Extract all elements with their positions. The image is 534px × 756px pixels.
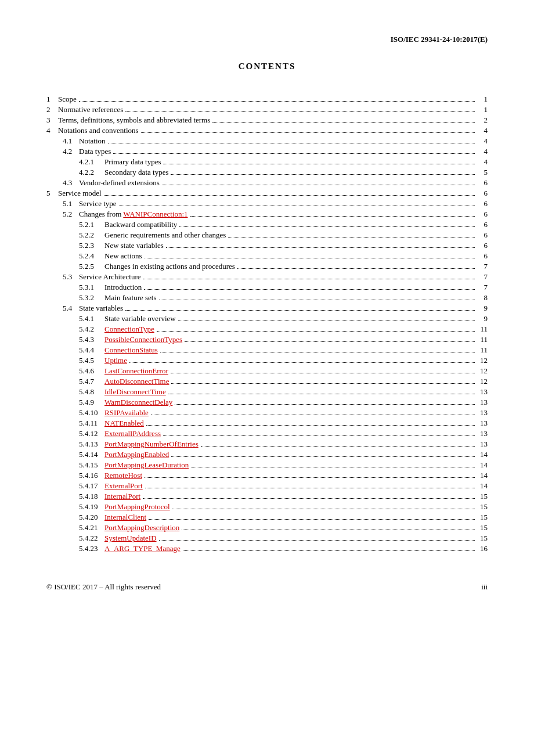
toc-number: 5.4.14 [79,450,104,459]
toc-link[interactable]: IdleDisconnectTime [104,387,166,396]
toc-page: 6 [477,189,488,198]
toc-page: 4 [477,136,488,146]
page-header: ISO/IEC 29341-24-10:2017(E) [46,35,488,44]
toc-number: 5.4.15 [79,460,104,470]
toc-dots [113,153,475,154]
toc-row: 5.4.2ConnectionType11 [46,325,488,334]
toc-row: 5.4.21PortMappingDescription15 [46,523,488,532]
toc-page: 6 [477,231,488,240]
toc-link[interactable]: PortMappingProtocol [104,502,170,511]
toc-label: Service Architecture [79,272,140,282]
toc-number: 4.2 [63,147,79,156]
toc-link[interactable]: A_ARG_TYPE_Manage [104,544,181,553]
footer-left: © ISO/IEC 2017 – All rights reserved [46,582,161,592]
toc-link[interactable]: SystemUpdateID [104,534,157,542]
toc-page: 14 [477,460,488,470]
toc-row: 5.4.11NATEnabled13 [46,419,488,428]
toc-number: 5.4.1 [79,314,104,323]
toc-label: Changes from WANIPConnection:1 [79,210,188,219]
toc-link[interactable]: PortMappingNumberOfEntries [104,440,199,448]
toc-link[interactable]: LastConnectionError [104,366,168,375]
toc-page: 12 [477,377,488,386]
toc-number: 5.2.4 [79,251,104,261]
toc-link[interactable]: Uptime [104,356,127,365]
toc-link[interactable]: NATEnabled [104,419,144,427]
toc-number: 1 [46,95,58,104]
toc-row: 4.2.1Primary data types4 [46,157,488,167]
toc-dots [212,122,475,123]
toc-dots [182,530,475,530]
toc-dots [104,195,475,196]
toc-label: Data types [79,147,111,156]
toc-page: 4 [477,157,488,167]
toc-label: SystemUpdateID [104,534,157,543]
toc-link[interactable]: RSIPAvailable [104,408,149,417]
toc-number: 3 [46,116,58,125]
toc-dots [163,435,475,436]
toc-row: 5.2.1Backward compatibility6 [46,220,488,229]
toc-dots [190,216,475,217]
toc-number: 5.3.1 [79,283,104,292]
toc-link[interactable]: InternalPort [104,492,140,501]
toc-row: 5.4.17ExternalPort14 [46,481,488,491]
toc-page: 6 [477,178,488,188]
toc-dots [143,498,475,499]
toc-dots [171,174,475,175]
toc-number: 5.4.13 [79,440,104,449]
toc-link[interactable]: InternalClient [104,513,146,521]
toc-page: 15 [477,534,488,543]
toc-page: 13 [477,440,488,449]
toc-row: 4.1Notation4 [46,136,488,146]
toc-page: 9 [477,304,488,313]
toc-dots [151,415,475,415]
toc-dots [237,268,475,269]
toc-dots [146,425,475,426]
toc-row: 5.4State variables9 [46,304,488,313]
toc-row: 5.4.1State variable overview9 [46,314,488,323]
toc-dots [157,331,475,332]
toc-page: 11 [477,335,488,344]
toc-label: ExternalIPAddress [104,429,161,438]
toc-dots [108,143,475,143]
toc-number: 4.2.2 [79,168,104,177]
toc-page: 6 [477,220,488,229]
toc-label: State variable overview [104,314,176,323]
toc-page: 14 [477,481,488,491]
toc-row: 5.4.18InternalPort15 [46,492,488,501]
toc-dots [160,352,475,352]
toc-dots [171,456,475,457]
toc-label: InternalClient [104,513,146,522]
toc-link[interactable]: ConnectionType [104,325,154,333]
toc-link[interactable]: AutoDisconnectTime [104,377,169,386]
toc-dots [143,279,475,279]
toc-dots [179,226,475,227]
toc-label: RemoteHost [104,471,142,480]
toc-label: Service type [79,199,117,208]
toc-row: 5.4.7AutoDisconnectTime12 [46,377,488,386]
toc-dots [125,111,475,112]
toc-link[interactable]: WANIPConnection:1 [123,210,187,218]
toc-dots [171,383,475,384]
toc-row: 5.3.2Main feature sets8 [46,293,488,303]
toc-link[interactable]: RemoteHost [104,471,142,480]
toc-page: 15 [477,492,488,501]
toc-link[interactable]: WarnDisconnectDelay [104,398,172,406]
toc-number: 5.4.22 [79,534,104,543]
toc-row: 5.4.16RemoteHost14 [46,471,488,480]
toc-dots [178,321,475,321]
toc-link[interactable]: PortMappingLeaseDuration [104,460,189,469]
toc-link[interactable]: ExternalPort [104,481,143,490]
toc-link[interactable]: PortMappingDescription [104,523,179,532]
toc-link[interactable]: PossibleConnectionTypes [104,335,182,344]
footer-right: iii [481,582,488,592]
toc-label: PortMappingLeaseDuration [104,460,189,470]
toc-link[interactable]: ConnectionStatus [104,345,158,354]
toc-page: 6 [477,241,488,250]
toc-page: 7 [477,272,488,282]
toc-label: AutoDisconnectTime [104,377,169,386]
toc-page: 1 [477,95,488,104]
toc-page: 4 [477,126,488,135]
toc-link[interactable]: ExternalIPAddress [104,429,161,438]
toc-link[interactable]: PortMappingEnabled [104,450,169,459]
toc-row: 5.1Service type6 [46,199,488,208]
